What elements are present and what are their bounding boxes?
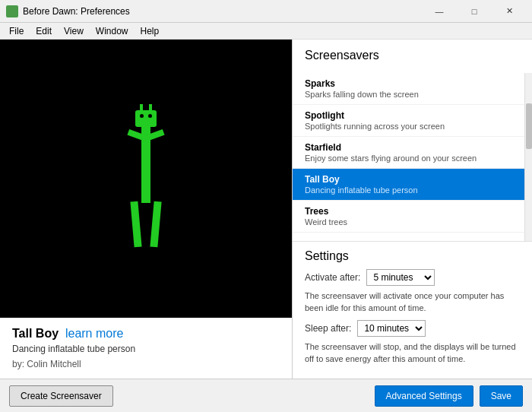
list-item-starfield[interactable]: Starfield Enjoy some stars flying around… — [293, 137, 524, 169]
list-item-sparks[interactable]: Sparks Sparks falling down the screen — [293, 73, 524, 105]
left-panel: Tall Boy learn more Dancing inflatable t… — [0, 40, 293, 379]
right-panel: Screensavers Sparks Sparks falling down … — [293, 40, 532, 379]
create-screensaver-button[interactable]: Create Screensaver — [9, 385, 113, 407]
title-bar-left: Before Dawn: Preferences — [6, 5, 130, 17]
figure-eyes — [140, 114, 152, 118]
minimize-button[interactable]: — — [423, 0, 456, 23]
menu-bar: File Edit View Window Help — [0, 23, 532, 40]
preview-info: Tall Boy learn more Dancing inflatable t… — [0, 318, 292, 379]
menu-window[interactable]: Window — [90, 24, 135, 38]
sleep-label: Sleep after: — [305, 323, 351, 334]
item-desc-sparks: Sparks falling down the screen — [305, 90, 512, 99]
screensaver-author: by: Colin Mitchell — [12, 359, 280, 369]
sleep-row: Sleep after: 5 minutes 10 minutes 15 min… — [305, 320, 520, 337]
figure-leg-right — [150, 201, 161, 248]
figure-leg-left — [130, 201, 141, 248]
item-name-tallboy: Tall Boy — [305, 174, 512, 185]
item-name-trees: Trees — [305, 206, 512, 217]
settings-title: Settings — [305, 249, 520, 263]
save-button[interactable]: Save — [480, 385, 523, 407]
learn-more-link[interactable]: learn more — [65, 327, 123, 340]
bottom-bar: Create Screensaver Advanced Settings Sav… — [0, 379, 532, 412]
menu-view[interactable]: View — [58, 24, 90, 38]
main-content: Tall Boy learn more Dancing inflatable t… — [0, 40, 532, 379]
screensaver-name: Tall Boy — [12, 327, 59, 340]
activate-select[interactable]: 5 minutes 1 minute 2 minutes 10 minutes … — [366, 269, 435, 286]
item-name-sparks: Sparks — [305, 78, 512, 89]
item-name-spotlight: Spotlight — [305, 110, 512, 121]
activate-label: Activate after: — [305, 272, 360, 283]
activate-row: Activate after: 5 minutes 1 minute 2 min… — [305, 269, 520, 286]
item-desc-trees: Weird trees — [305, 217, 512, 227]
screensaver-list: Sparks Sparks falling down the screen Sp… — [293, 73, 524, 241]
figure-eye-left — [140, 114, 144, 118]
activate-note: The screensaver will activate once your … — [305, 290, 520, 314]
sleep-select[interactable]: 5 minutes 10 minutes 15 minutes 30 minut… — [357, 320, 426, 337]
item-desc-tallboy: Dancing inflatable tube person — [305, 185, 512, 195]
bottom-right: Advanced Settings Save — [375, 385, 523, 407]
menu-help[interactable]: Help — [135, 24, 166, 38]
list-item-trees[interactable]: Trees Weird trees — [293, 201, 524, 233]
app-icon — [6, 5, 18, 17]
screensaver-title: Tall Boy learn more — [12, 327, 280, 341]
item-desc-starfield: Enjoy some stars flying around on your s… — [305, 154, 512, 163]
list-item-spotlight[interactable]: Spotlight Spotlights running across your… — [293, 105, 524, 137]
screensavers-title: Screensavers — [305, 49, 520, 62]
item-desc-spotlight: Spotlights running across your screen — [305, 122, 512, 131]
title-bar: Before Dawn: Preferences — □ ✕ — [0, 0, 532, 23]
figure-eye-right — [148, 114, 152, 118]
close-button[interactable]: ✕ — [492, 0, 526, 23]
screensavers-section: Screensavers — [293, 40, 532, 73]
right-panel-content: Screensavers Sparks Sparks falling down … — [293, 40, 532, 379]
advanced-settings-button[interactable]: Advanced Settings — [375, 385, 473, 407]
item-name-starfield: Starfield — [305, 142, 512, 153]
menu-file[interactable]: File — [3, 24, 30, 38]
window-title: Before Dawn: Preferences — [23, 6, 130, 17]
figure-head — [135, 110, 157, 127]
maximize-button[interactable]: □ — [458, 0, 491, 23]
scrollbar-thumb[interactable] — [526, 103, 532, 149]
window-controls: — □ ✕ — [423, 0, 526, 23]
menu-edit[interactable]: Edit — [30, 24, 58, 38]
screensaver-preview-figure — [123, 110, 169, 247]
list-with-scroll: Sparks Sparks falling down the screen Sp… — [293, 73, 532, 241]
list-item-tallboy[interactable]: Tall Boy Dancing inflatable tube person — [293, 169, 524, 201]
preview-area — [0, 40, 292, 318]
scrollbar-track[interactable] — [524, 73, 532, 241]
settings-section: Settings Activate after: 5 minutes 1 min… — [293, 241, 532, 379]
sleep-note: The screensaver will stop, and the displ… — [305, 341, 520, 365]
screensaver-description: Dancing inflatable tube person — [12, 344, 280, 354]
